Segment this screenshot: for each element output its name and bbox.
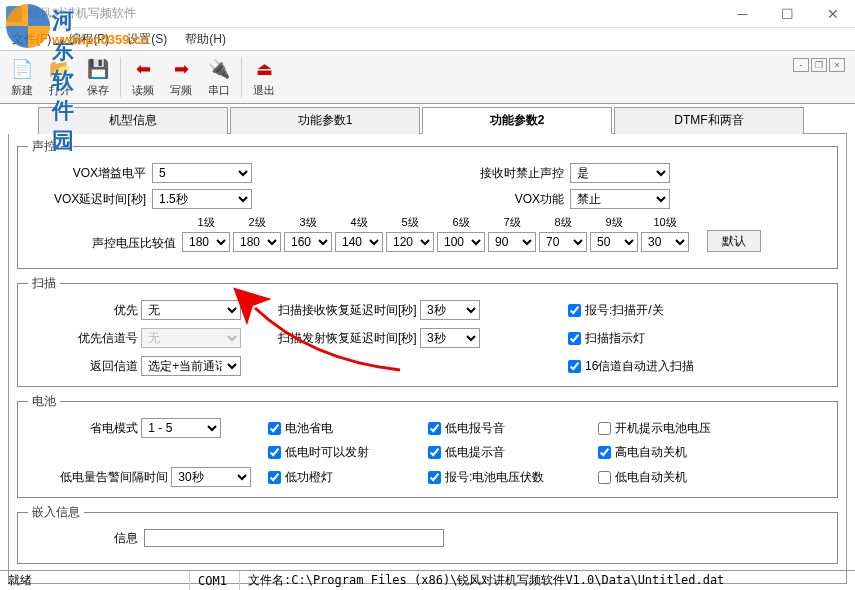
voltage-level-header: 9级: [605, 215, 622, 230]
read-button[interactable]: ⬅读频: [125, 53, 161, 101]
vox-gain-select[interactable]: 5: [152, 163, 252, 183]
scan-tx-delay-select[interactable]: 3秒: [420, 328, 480, 348]
tab-dtmf[interactable]: DTMF和两音: [614, 107, 804, 134]
scan-legend: 扫描: [28, 275, 60, 292]
app-icon: [6, 6, 22, 22]
scan-tx-delay-label: 扫描发射恢复延迟时间[秒]: [278, 331, 417, 345]
voltage-level-header: 4级: [350, 215, 367, 230]
mdi-restore-button[interactable]: ❐: [811, 58, 827, 72]
toolbar: 📄新建 📂打开 💾保存 ⬅读频 ➡写频 🔌串口 ⏏退出: [0, 50, 855, 104]
embed-group: 嵌入信息 信息: [17, 504, 838, 564]
battery-tx-low-checkbox[interactable]: 低电时可以发射: [268, 445, 369, 459]
voltage-level-select-9[interactable]: 50: [590, 232, 638, 252]
voltage-level-7: 7级90: [488, 215, 536, 252]
battery-volt-report-checkbox[interactable]: 报号:电池电压伏数: [428, 470, 544, 484]
battery-save-mode-select[interactable]: 1 - 5: [141, 418, 221, 438]
voltage-level-select-10[interactable]: 30: [641, 232, 689, 252]
save-disk-icon: 💾: [86, 57, 110, 81]
voltage-level-10: 10级30: [641, 215, 689, 252]
status-ready: 就绪: [0, 571, 190, 590]
battery-save-mode-label: 省电模式: [28, 420, 138, 437]
battery-legend: 电池: [28, 393, 60, 410]
vox-rx-inhibit-select[interactable]: 是: [570, 163, 670, 183]
battery-alarm-interval-select[interactable]: 30秒: [171, 467, 251, 487]
window-title: 锐风对讲机写频软件: [28, 5, 136, 22]
com-button[interactable]: 🔌串口: [201, 53, 237, 101]
voltage-level-header: 5级: [401, 215, 418, 230]
menubar: 文件(F) 编程(P) 设置(S) 帮助(H) - ❐ ×: [0, 28, 855, 50]
toolbar-separator: [120, 57, 121, 97]
scan-priority-ch-label: 优先信道号: [28, 330, 138, 347]
voltage-level-select-6[interactable]: 100: [437, 232, 485, 252]
embed-legend: 嵌入信息: [28, 504, 84, 521]
voltage-level-header: 10级: [653, 215, 676, 230]
status-com: COM1: [190, 571, 240, 590]
menu-file[interactable]: 文件(F): [4, 29, 59, 50]
battery-alarm-interval-label: 低电量告警间隔时间: [28, 469, 168, 486]
scan-priority-select[interactable]: 无: [141, 300, 241, 320]
new-button[interactable]: 📄新建: [4, 53, 40, 101]
save-button[interactable]: 💾保存: [80, 53, 116, 101]
titlebar: 锐风对讲机写频软件 ─ ☐ ✕: [0, 0, 855, 28]
battery-group: 电池 省电模式 1 - 5 电池省电 低电报号音 开机提示电池电压 低电时可以发…: [17, 393, 838, 498]
scan-return-ch-select[interactable]: 选定+当前通话: [141, 356, 241, 376]
menu-program[interactable]: 编程(P): [61, 29, 117, 50]
tab-func-params2[interactable]: 功能参数2: [422, 107, 612, 134]
scan-ch16-checkbox[interactable]: 16信道自动进入扫描: [568, 359, 694, 373]
menu-help[interactable]: 帮助(H): [177, 29, 234, 50]
scan-rx-delay-select[interactable]: 3秒: [420, 300, 480, 320]
tab-model-info[interactable]: 机型信息: [38, 107, 228, 134]
vox-voltage-label: 声控电压比较值: [28, 235, 176, 252]
voltage-level-4: 4级140: [335, 215, 383, 252]
voltage-level-select-3[interactable]: 160: [284, 232, 332, 252]
battery-low-tone-checkbox[interactable]: 低电提示音: [428, 445, 505, 459]
voltage-level-3: 3级160: [284, 215, 332, 252]
battery-hi-off-checkbox[interactable]: 高电自动关机: [598, 445, 687, 459]
maximize-button[interactable]: ☐: [765, 0, 810, 28]
scan-led-checkbox[interactable]: 扫描指示灯: [568, 331, 645, 345]
scan-priority-ch-select[interactable]: 无: [141, 328, 241, 348]
voltage-level-select-5[interactable]: 120: [386, 232, 434, 252]
vox-func-select[interactable]: 禁止: [570, 189, 670, 209]
voltage-level-6: 6级100: [437, 215, 485, 252]
vox-default-button[interactable]: 默认: [707, 230, 761, 252]
voltage-level-select-2[interactable]: 180: [233, 232, 281, 252]
close-button[interactable]: ✕: [810, 0, 855, 28]
embed-info-input[interactable]: [144, 529, 444, 547]
voltage-level-header: 8级: [554, 215, 571, 230]
battery-low-beep-checkbox[interactable]: 低电报号音: [428, 421, 505, 435]
voltage-level-header: 2级: [248, 215, 265, 230]
vox-rx-inhibit-label: 接收时禁止声控: [444, 165, 564, 182]
serial-port-icon: 🔌: [207, 57, 231, 81]
scan-priority-label: 优先: [28, 302, 138, 319]
tab-func-params1[interactable]: 功能参数1: [230, 107, 420, 134]
voltage-level-select-8[interactable]: 70: [539, 232, 587, 252]
vox-delay-select[interactable]: 1.5秒: [152, 189, 252, 209]
mdi-minimize-button[interactable]: -: [793, 58, 809, 72]
open-button[interactable]: 📂打开: [42, 53, 78, 101]
battery-lamp-checkbox[interactable]: 低功橙灯: [268, 470, 333, 484]
voltage-level-1: 1级180: [182, 215, 230, 252]
voltage-level-select-1[interactable]: 180: [182, 232, 230, 252]
battery-lo-off-checkbox[interactable]: 低电自动关机: [598, 470, 687, 484]
statusbar: 就绪 COM1 文件名:C:\Program Files (x86)\锐风对讲机…: [0, 570, 855, 590]
battery-save-checkbox[interactable]: 电池省电: [268, 421, 333, 435]
vox-gain-label: VOX增益电平: [28, 165, 146, 182]
vox-delay-label: VOX延迟时间[秒]: [28, 191, 146, 208]
vox-func-label: VOX功能: [444, 191, 564, 208]
new-file-icon: 📄: [10, 57, 34, 81]
toolbar-separator: [241, 57, 242, 97]
battery-boot-volt-checkbox[interactable]: 开机提示电池电压: [598, 421, 711, 435]
voltage-level-select-7[interactable]: 90: [488, 232, 536, 252]
voltage-level-2: 2级180: [233, 215, 281, 252]
scan-report-checkbox[interactable]: 报号:扫描开/关: [568, 303, 664, 317]
write-freq-icon: ➡: [169, 57, 193, 81]
write-button[interactable]: ➡写频: [163, 53, 199, 101]
menu-setting[interactable]: 设置(S): [119, 29, 175, 50]
minimize-button[interactable]: ─: [720, 0, 765, 28]
exit-icon: ⏏: [252, 57, 276, 81]
voltage-level-header: 7级: [503, 215, 520, 230]
mdi-close-button[interactable]: ×: [829, 58, 845, 72]
exit-button[interactable]: ⏏退出: [246, 53, 282, 101]
voltage-level-select-4[interactable]: 140: [335, 232, 383, 252]
